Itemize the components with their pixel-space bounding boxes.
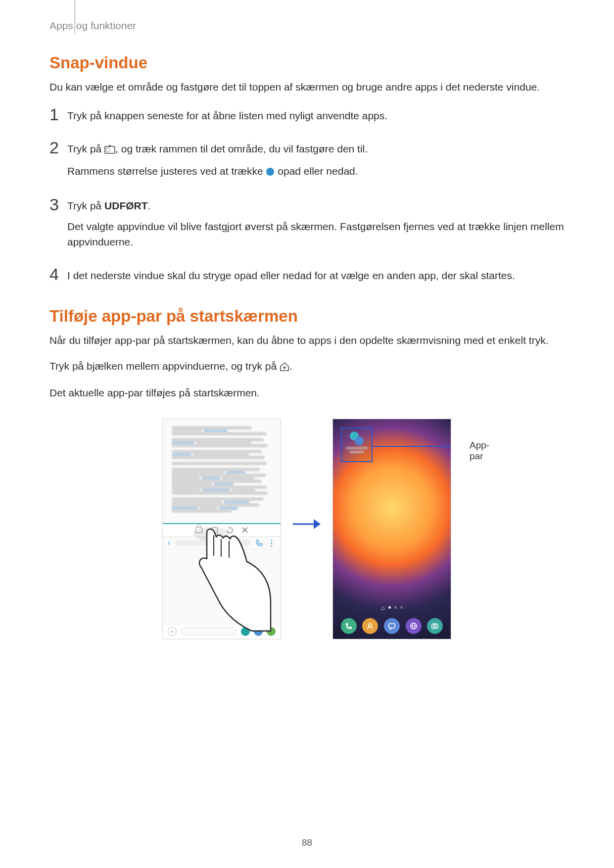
step-text: Tryk på , og træk rammen til det område,…: [67, 141, 564, 158]
label-blur: [349, 451, 364, 453]
step-3: 3 Tryk på UDFØRT. Det valgte appvindue v…: [49, 196, 564, 255]
callout-label: App-par: [470, 440, 489, 462]
step-text: Det valgte appvindue vil blive fastgjort…: [67, 219, 564, 250]
svg-point-2: [266, 168, 274, 176]
dock: [333, 618, 451, 634]
svg-point-9: [369, 624, 372, 627]
app-pair-widget: [341, 428, 373, 462]
section-title-snap: Snap-vindue: [49, 53, 564, 72]
dock-messages-icon: [384, 618, 400, 634]
step-number: 2: [49, 139, 67, 156]
page-number: 88: [0, 837, 614, 848]
step-number: 1: [49, 106, 67, 123]
section-para: Det aktuelle app-par tilføjes på startsk…: [49, 385, 564, 401]
step-text: Tryk på knappen seneste for at åbne list…: [67, 108, 564, 124]
section-title-apppair: Tilføje app-par på startskærmen: [49, 307, 564, 326]
svg-rect-10: [389, 624, 395, 628]
app-pair-app2-icon: [355, 436, 364, 445]
step-text: Tryk på UDFØRT.: [67, 198, 564, 214]
figure-phone-right: [332, 419, 451, 639]
section-intro: Du kan vælge et område og fastgøre det t…: [49, 79, 564, 95]
arrow-right-icon: [292, 518, 322, 530]
blurred-text-content: [172, 426, 272, 513]
drag-handle-icon: [266, 165, 275, 181]
section-para: Tryk på bjælken mellem appvinduerne, og …: [49, 358, 564, 376]
home-indicator-icon: [381, 606, 385, 610]
back-icon: ‹: [168, 538, 170, 547]
svg-rect-1: [106, 148, 109, 152]
step-4: 4 I det nederste vindue skal du stryge o…: [49, 266, 564, 289]
svg-rect-16: [433, 623, 435, 624]
step-number: 4: [49, 266, 67, 283]
page-content: Snap-vindue Du kan vælge et område og fa…: [49, 53, 564, 639]
step-1: 1 Tryk på knappen seneste for at åbne li…: [49, 106, 564, 129]
figure-row: ‹ ⋮ +: [49, 419, 564, 639]
figure-phone-left: ‹ ⋮ +: [162, 419, 281, 639]
dock-contacts-icon: [362, 618, 378, 634]
step-2: 2 Tryk på , og træk rammen til det områd…: [49, 139, 564, 185]
add-icon: +: [168, 627, 177, 636]
label-blur: [346, 447, 368, 449]
step-text: I det nederste vindue skal du stryge opa…: [67, 268, 564, 284]
hand-pointer-illustration: [183, 523, 272, 632]
page-indicator: [333, 606, 451, 610]
section-para: Når du tilføjer app-par på startskærmen,…: [49, 333, 564, 348]
callout-line: [373, 446, 451, 447]
breadcrumb: Apps og funktioner: [49, 20, 136, 32]
step-number: 3: [49, 196, 67, 213]
dock-internet-icon: [406, 618, 422, 634]
snap-window-icon: [104, 143, 115, 158]
add-to-home-icon: [280, 360, 289, 376]
dock-camera-icon: [427, 618, 443, 634]
dock-phone-icon: [341, 618, 357, 634]
step-text: Rammens størrelse justeres ved at trække…: [67, 163, 564, 181]
svg-point-15: [434, 625, 436, 627]
